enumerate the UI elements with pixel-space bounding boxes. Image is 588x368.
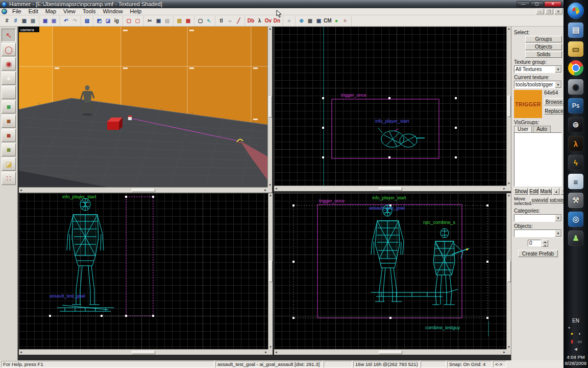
chrome-icon[interactable] bbox=[568, 60, 583, 76]
texture-group-dropdown[interactable]: All Textures ▼ bbox=[514, 65, 562, 73]
magnify-tool[interactable]: ◯ bbox=[2, 43, 16, 56]
model-browser-icon[interactable]: ● bbox=[332, 16, 341, 25]
spinner-down-icon[interactable]: ▼ bbox=[542, 243, 548, 247]
cm-icon[interactable]: CM bbox=[323, 16, 332, 25]
scrollbar-thumb[interactable] bbox=[269, 261, 273, 282]
scrollbar-thumb[interactable] bbox=[132, 351, 155, 354]
network-globe-icon[interactable]: ◎ bbox=[568, 212, 583, 227]
menu-file[interactable]: File bbox=[9, 8, 25, 15]
viewport-2d-front[interactable]: info_player_start bbox=[19, 193, 273, 355]
scroll-right-icon[interactable]: ► bbox=[264, 351, 267, 354]
mdi-restore-button[interactable]: ❐ bbox=[545, 9, 553, 14]
scrollbar-vertical[interactable]: ▲▼ bbox=[506, 27, 511, 186]
scroll-left-icon[interactable]: ◄ bbox=[275, 187, 278, 190]
viewport-2d-front-canvas[interactable]: info_player_start bbox=[19, 193, 268, 349]
half-life-icon[interactable]: λ bbox=[568, 136, 583, 151]
morph-icon[interactable]: ╱ bbox=[234, 16, 243, 25]
current-texture-dropdown[interactable]: tools/toolstrigger ▼ bbox=[514, 81, 562, 88]
visgroup-list[interactable] bbox=[514, 132, 562, 187]
load-window-state-icon[interactable]: ▣ bbox=[41, 16, 50, 25]
larger-grid-icon[interactable]: ▦ bbox=[29, 16, 37, 25]
scroll-down-icon[interactable]: ▼ bbox=[269, 346, 272, 349]
texture-preview[interactable]: TRIGGER bbox=[514, 90, 542, 118]
scroll-down-icon[interactable]: ▼ bbox=[507, 346, 510, 349]
start-orb-icon[interactable] bbox=[568, 3, 584, 19]
menu-tools[interactable]: Tools bbox=[79, 8, 100, 15]
chevron-down-icon[interactable]: ▼ bbox=[555, 215, 561, 221]
disp-paint-icon[interactable]: Db bbox=[247, 16, 255, 25]
selection-bounds-icon[interactable]: ▢ bbox=[196, 16, 205, 25]
scrollbar-vertical[interactable]: ▲▼ bbox=[506, 193, 511, 349]
object-properties-icon[interactable]: ▤ bbox=[83, 16, 91, 25]
viewport-2d-side-canvas[interactable]: trigger_once info_player_start assault_t… bbox=[274, 193, 506, 349]
chevron-down-icon[interactable]: ▼ bbox=[555, 81, 561, 88]
scrollbar-vertical[interactable]: ▲▼ bbox=[267, 27, 272, 187]
autovisgroup-icon[interactable]: ▦ bbox=[306, 16, 314, 25]
tray-alert-icon[interactable]: ▮ bbox=[569, 338, 575, 344]
scroll-right-icon[interactable]: ► bbox=[503, 187, 506, 190]
categories-dropdown[interactable]: ▼ bbox=[514, 214, 562, 222]
apply-current-texture-tool[interactable]: ■ bbox=[2, 114, 16, 128]
notepad-icon[interactable]: ≡ bbox=[568, 174, 583, 189]
chevron-down-icon[interactable]: ▼ bbox=[555, 230, 561, 237]
maximize-button[interactable]: ▢ bbox=[530, 1, 544, 7]
scrollbar-thumb[interactable] bbox=[379, 351, 402, 354]
sdk-hammer-icon[interactable]: ⚒ bbox=[568, 193, 583, 208]
mark-button[interactable]: Mark bbox=[540, 188, 552, 195]
scrollbar-horizontal[interactable]: ◄► bbox=[19, 187, 267, 193]
edit-button[interactable]: Edit bbox=[529, 188, 538, 195]
select-groups-button[interactable]: Groups bbox=[525, 36, 562, 42]
cordon-icon[interactable]: ⊕ bbox=[297, 16, 306, 25]
paste-icon[interactable]: ▤ bbox=[163, 16, 172, 25]
tray-volume-icon[interactable]: ◄ bbox=[573, 346, 579, 352]
objects-dropdown[interactable]: ▼ bbox=[514, 229, 562, 237]
ungroup-icon[interactable]: ◪ bbox=[104, 16, 112, 25]
journal-icon[interactable]: ▤ bbox=[568, 22, 583, 38]
scroll-up-icon[interactable]: ▲ bbox=[269, 194, 272, 197]
mdi-minimize-button[interactable]: — bbox=[536, 9, 544, 14]
snap-toggle-icon[interactable]: ≈ bbox=[285, 16, 293, 25]
scroll-right-icon[interactable]: ► bbox=[503, 351, 506, 354]
scrollbar-thumb[interactable] bbox=[507, 96, 511, 117]
measure-icon[interactable]: ≡ bbox=[341, 16, 350, 25]
texture-application-tool[interactable]: ■ bbox=[2, 100, 16, 113]
tray-display-icon[interactable]: ▭ bbox=[576, 338, 582, 344]
clock[interactable]: 4:04 PM 8/28/2009 bbox=[565, 354, 586, 366]
mdi-close-button[interactable]: ✕ bbox=[554, 9, 562, 14]
scrollbar-horizontal[interactable]: ◄► bbox=[274, 349, 506, 355]
clipping-tool[interactable]: ◪ bbox=[2, 157, 16, 171]
cascade-windows-icon[interactable]: ▣ bbox=[314, 16, 323, 25]
mdi-document-icon[interactable] bbox=[2, 9, 7, 14]
viewport-2d-top[interactable]: trigger_once info_player_start bbox=[274, 27, 511, 191]
menu-help[interactable]: Help bbox=[127, 8, 145, 15]
scroll-up-icon[interactable]: ▲ bbox=[268, 27, 272, 30]
overlay-mode-icon[interactable]: Ov bbox=[264, 16, 273, 25]
alienguise-icon[interactable]: ◉ bbox=[568, 79, 583, 95]
scrollbar-horizontal[interactable]: ◄► bbox=[274, 186, 506, 191]
viewport-3d-canvas[interactable]: camera bbox=[19, 27, 267, 187]
cut-icon[interactable]: ✂ bbox=[145, 16, 154, 25]
menu-window[interactable]: Window bbox=[99, 8, 126, 15]
menu-map[interactable]: Map bbox=[42, 8, 60, 15]
toworld-button[interactable]: toWorld bbox=[531, 197, 548, 203]
texture-lock-icon[interactable]: ▨ bbox=[175, 16, 184, 25]
toggle-3d-grid-icon[interactable]: # bbox=[11, 16, 20, 25]
block-tool[interactable]: ■ bbox=[2, 86, 16, 99]
spinner-up-icon[interactable]: ▲ bbox=[542, 240, 548, 243]
explorer-folder-icon[interactable]: ▭ bbox=[568, 41, 583, 57]
texture-scaling-lock-icon[interactable]: ▩ bbox=[184, 16, 192, 25]
magnify-pointer-icon[interactable]: ↖ bbox=[205, 16, 213, 25]
ignore-groups-icon[interactable]: ig bbox=[112, 16, 121, 25]
assault-goal-entity[interactable] bbox=[128, 116, 132, 120]
camera-tool[interactable]: ◉ bbox=[2, 57, 16, 71]
group-icon[interactable]: ◩ bbox=[95, 16, 104, 25]
scrollbar-horizontal[interactable]: ◄► bbox=[19, 349, 268, 355]
vertex-tool[interactable]: ∷ bbox=[2, 172, 16, 185]
smaller-grid-icon[interactable]: ▦ bbox=[20, 16, 29, 25]
create-prefab-button[interactable]: Create Prefab bbox=[518, 250, 558, 257]
tray-expand-icon[interactable]: ◂ bbox=[568, 326, 570, 330]
scroll-left-icon[interactable]: ◄ bbox=[275, 351, 278, 354]
scroll-left-icon[interactable]: ◄ bbox=[19, 189, 22, 192]
menu-edit[interactable]: Edit bbox=[25, 8, 42, 15]
scrollbar-thumb[interactable] bbox=[268, 96, 272, 118]
